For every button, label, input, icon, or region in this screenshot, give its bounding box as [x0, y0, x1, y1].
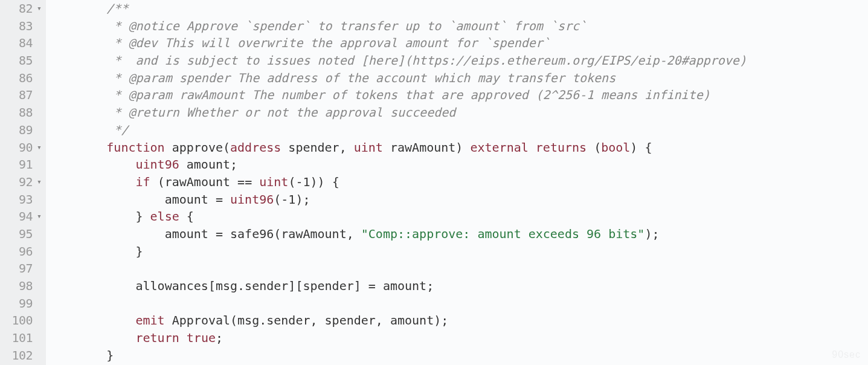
line-number[interactable]: 89 [0, 121, 46, 139]
line-number[interactable]: 86 [0, 69, 46, 87]
line-number[interactable]: 88 [0, 104, 46, 121]
token-comment: * @notice Approve `spender` to transfer … [114, 19, 587, 33]
token-type: bool [601, 140, 630, 155]
token-plain: (-1)) { [288, 175, 339, 189]
fold-toggle-icon[interactable]: ▾ [35, 173, 43, 191]
token-plain: ) { [630, 140, 652, 155]
token-comment: * @param spender The address of the acco… [114, 71, 616, 85]
token-plain [529, 140, 536, 155]
code-line[interactable]: */ [48, 121, 868, 139]
token-plain: } [48, 244, 143, 259]
line-number[interactable]: 97 [0, 260, 46, 277]
code-line[interactable]: } [48, 243, 868, 260]
token-plain: amount = [48, 192, 230, 207]
code-line[interactable]: function approve(address spender, uint r… [48, 139, 868, 157]
token-plain: ); [645, 227, 659, 241]
token-plain: allowances[msg.sender][spender] = amount… [48, 279, 434, 293]
line-number[interactable]: 95 [0, 225, 46, 243]
line-number[interactable]: 92▾ [0, 173, 46, 191]
line-number[interactable]: 94▾ [0, 208, 46, 225]
line-number[interactable]: 84 [0, 34, 46, 52]
code-area[interactable]: /** * @notice Approve `spender` to trans… [46, 0, 868, 365]
token-plain: } [48, 348, 114, 363]
token-type: address [230, 140, 281, 155]
token-plain [48, 313, 136, 328]
token-plain [48, 175, 136, 189]
code-line[interactable]: * @notice Approve `spender` to transfer … [48, 18, 868, 35]
token-plain: { [179, 209, 194, 224]
code-line[interactable]: * @return Whether or not the approval su… [48, 104, 868, 121]
token-plain: amount; [179, 157, 237, 172]
token-keyword: if [136, 175, 150, 189]
token-builtin: true [187, 331, 216, 345]
token-plain: (rawAmount == [150, 175, 260, 189]
line-number[interactable]: 98 [0, 277, 46, 295]
line-number[interactable]: 99 [0, 295, 46, 312]
code-line[interactable]: /** [48, 0, 868, 18]
token-comment: /** [106, 1, 128, 16]
code-line[interactable] [48, 260, 868, 277]
token-plain: (-1); [274, 192, 310, 207]
code-line[interactable]: * and is subject to issues noted [here](… [48, 52, 868, 69]
line-number[interactable]: 83 [0, 18, 46, 35]
fold-toggle-icon[interactable]: ▾ [35, 139, 43, 157]
code-line[interactable]: emit Approval(msg.sender, spender, amoun… [48, 312, 868, 329]
fold-toggle-icon[interactable]: ▾ [35, 208, 43, 225]
token-type: uint [259, 175, 288, 189]
token-plain: spender, [281, 140, 353, 155]
token-plain [48, 53, 114, 68]
token-plain [48, 157, 136, 172]
fold-toggle-icon[interactable]: ▾ [35, 0, 43, 18]
token-plain [48, 331, 136, 345]
code-line[interactable]: } else { [48, 208, 868, 225]
line-number[interactable]: 101 [0, 329, 46, 347]
line-number[interactable]: 90▾ [0, 139, 46, 157]
line-number[interactable]: 96 [0, 243, 46, 260]
line-number[interactable]: 85 [0, 52, 46, 69]
token-plain [48, 1, 106, 16]
line-number[interactable]: 91 [0, 156, 46, 173]
token-keyword: else [150, 209, 179, 224]
token-plain: approve( [165, 140, 230, 155]
token-plain [48, 19, 114, 33]
token-plain: ( [587, 140, 601, 155]
token-keyword: return [136, 331, 179, 345]
code-line[interactable]: * @param rawAmount The number of tokens … [48, 86, 868, 104]
code-line[interactable]: uint96 amount; [48, 156, 868, 173]
code-line[interactable]: amount = uint96(-1); [48, 191, 868, 208]
token-plain [48, 71, 114, 85]
token-string: "Comp::approve: amount exceeds 96 bits" [361, 227, 645, 241]
code-line[interactable]: } [48, 347, 868, 364]
token-plain [48, 105, 114, 120]
line-number-gutter: 82▾8384858687888990▾9192▾9394▾9596979899… [0, 0, 46, 365]
token-type: uint96 [230, 192, 274, 207]
token-plain [48, 140, 106, 155]
token-comment: * @return Whether or not the approval su… [114, 105, 455, 120]
code-line[interactable]: return true; [48, 329, 868, 347]
token-plain: amount = safe96(rawAmount, [48, 227, 361, 241]
code-line[interactable]: * @param spender The address of the acco… [48, 69, 868, 87]
code-line[interactable]: if (rawAmount == uint(-1)) { [48, 173, 868, 191]
line-number[interactable]: 100 [0, 312, 46, 329]
token-plain: } [48, 209, 150, 224]
line-number[interactable]: 93 [0, 191, 46, 208]
code-line[interactable]: * @dev This will overwrite the approval … [48, 34, 868, 52]
line-number[interactable]: 102 [0, 347, 46, 364]
code-line[interactable] [48, 295, 868, 312]
token-plain: ; [216, 331, 223, 345]
token-plain [179, 331, 187, 345]
token-plain [48, 36, 114, 50]
token-plain: Approval(msg.sender, spender, amount); [165, 313, 449, 328]
watermark: 90sec [832, 349, 861, 360]
token-plain [48, 88, 114, 102]
token-type: uint96 [136, 157, 179, 172]
token-keyword: external [470, 140, 528, 155]
token-plain [48, 123, 114, 137]
line-number[interactable]: 87 [0, 86, 46, 104]
token-keyword: function [106, 140, 164, 155]
token-type: uint [354, 140, 383, 155]
code-line[interactable]: allowances[msg.sender][spender] = amount… [48, 277, 868, 295]
line-number[interactable]: 82▾ [0, 0, 46, 18]
token-keyword: returns [536, 140, 587, 155]
code-line[interactable]: amount = safe96(rawAmount, "Comp::approv… [48, 225, 868, 243]
